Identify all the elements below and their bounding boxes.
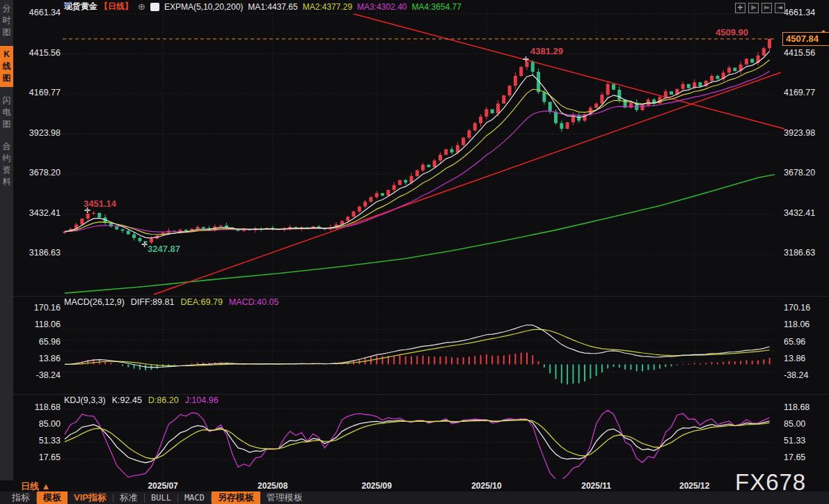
chart-header: 现货黄金 【日线】 ⊕ EXPMA(5,10,20,200) MA1:4437.…: [64, 1, 461, 13]
kdj-k-value: K:92.45: [112, 395, 142, 405]
price-axis-label: 4415.56: [784, 48, 827, 58]
ma1-value: MA1:4437.65: [248, 2, 297, 12]
kdj-axis-label: 17.65: [17, 452, 61, 462]
macd-dea-value: DEA:69.79: [180, 297, 222, 307]
crosshair-icon[interactable]: ✛: [735, 3, 745, 13]
tab-manage-template[interactable]: 管理模板: [260, 491, 309, 504]
macd-axis-label: 65.96: [784, 337, 827, 347]
bottom-toolbar: 指标 模板 VIP指标 标准 BULL MACD 另存模板 管理模板: [0, 491, 829, 504]
sidebar-item-timeshare[interactable]: 分时图: [0, 0, 13, 41]
x-axis-tick: 2025/11: [576, 481, 617, 491]
kdj-axis-label: 51.33: [784, 436, 827, 446]
panel-separator: [13, 394, 829, 395]
x-axis-tick: 2025/07: [142, 481, 184, 491]
macd-axis-label: -38.24: [784, 370, 827, 380]
macd-axis-label: -38.24: [17, 370, 61, 380]
price-axis-label: 4661.34: [17, 8, 61, 17]
tab-vip-indicators[interactable]: VIP指标: [68, 491, 113, 504]
price-axis-label: 3923.98: [784, 128, 827, 138]
price-axis-label: 4169.77: [17, 88, 61, 97]
price-axis-label: 3678.20: [17, 168, 61, 178]
panel-separator: [13, 296, 829, 297]
ma2-value: MA2:4377.29: [303, 2, 352, 12]
macd-macd-value: MACD:40.05: [229, 297, 279, 307]
price-axis-label: 3432.41: [17, 208, 61, 218]
swing-low-marker-icon: ✛: [141, 240, 148, 249]
kdj-axis-label: 51.33: [17, 436, 61, 446]
x-axis-tick: 2025/09: [356, 481, 397, 491]
sidebar-item-lightning[interactable]: 闪电图: [0, 92, 13, 133]
price-axis-label: 3432.41: [784, 208, 827, 218]
macd-axis-label: 170.16: [784, 303, 827, 313]
price-axis-label: 3678.20: [784, 168, 827, 178]
x-axis-tick: 2025/08: [252, 481, 294, 491]
ma3-value: MA3:4302.40: [357, 2, 406, 12]
tab-macd[interactable]: MACD: [178, 491, 211, 504]
price-axis-label: 4169.77: [784, 88, 827, 97]
tab-save-template[interactable]: 另存模板: [212, 491, 260, 504]
kdj-axis-label: 118.68: [17, 402, 61, 412]
macd-params: MACD(26,12,9): [64, 297, 125, 307]
tab-bull[interactable]: BULL: [145, 491, 177, 504]
x-axis-tick: 2025/10: [466, 481, 507, 491]
tab-indicators[interactable]: 指标: [6, 491, 36, 504]
swing-high-marker-icon: ✛: [84, 206, 90, 215]
swing-high-marker-icon: ✛: [523, 55, 529, 64]
kdj-axis-label: 85.00: [784, 419, 827, 429]
tab-templates[interactable]: 模板: [37, 491, 68, 504]
exit-chart-icon[interactable]: ⇥: [775, 3, 785, 13]
axis-left-icon[interactable]: ⊫: [748, 3, 759, 13]
session-high-label: 4509.90: [716, 27, 748, 38]
add-indicator-icon[interactable]: ⊕: [138, 1, 145, 12]
price-axis-label: 4661.34: [784, 8, 827, 17]
price-axis-label: 3923.98: [17, 128, 61, 138]
chart-type-sidebar: 分时图 K线图 闪电图 合约资料: [0, 0, 13, 480]
macd-axis-label: 13.86: [784, 354, 827, 363]
chart-toolbar-icons: ✛ ⊫ ⊨ ⇥: [735, 3, 785, 13]
kdj-d-value: D:86.20: [148, 395, 179, 405]
sidebar-item-kline[interactable]: K线图: [0, 46, 13, 87]
price-axis-label: 4415.56: [17, 48, 61, 58]
ma4-value: MA4:3654.77: [411, 2, 461, 12]
tab-standard[interactable]: 标准: [113, 491, 144, 504]
x-axis: 日线 ▲ 2025/07 2025/08 2025/09 2025/10 202…: [0, 480, 829, 491]
price-axis-label: 3186.63: [17, 248, 61, 258]
swing-high-label: 4381.29: [530, 46, 563, 56]
kdj-axis-label: 118.68: [784, 402, 827, 412]
period-tag: 【日线】: [100, 1, 133, 13]
chart-canvas[interactable]: [0, 0, 829, 504]
macd-axis-label: 118.06: [17, 320, 61, 329]
expma-chart-icon: [150, 3, 159, 11]
macd-axis-label: 170.16: [17, 303, 61, 313]
swing-low-label: 3247.87: [148, 244, 180, 254]
sidebar-item-contract-info[interactable]: 合约资料: [0, 138, 13, 191]
kdj-header: KDJ(9,3,3) K:92.45 D:86.20 J:104.96: [64, 395, 219, 405]
kdj-axis-label: 85.00: [17, 419, 61, 429]
macd-axis-label: 118.06: [784, 320, 827, 329]
macd-axis-label: 13.86: [17, 354, 61, 363]
app-window: 分时图 K线图 闪电图 合约资料 现货黄金 【日线】 ⊕ EXPMA(5,10,…: [0, 0, 829, 504]
price-axis-label: 3186.63: [784, 248, 827, 258]
kdj-params: KDJ(9,3,3): [64, 395, 106, 405]
macd-axis-label: 65.96: [17, 337, 61, 347]
kdj-j-value: J:104.96: [185, 395, 219, 405]
last-price-box: 4507.84: [782, 32, 829, 46]
macd-diff-value: DIFF:89.81: [131, 297, 175, 307]
macd-header: MACD(26,12,9) DIFF:89.81 DEA:69.79 MACD:…: [64, 297, 278, 307]
kdj-axis-label: 17.65: [784, 452, 827, 462]
x-axis-tick: 2025/12: [674, 481, 716, 491]
expma-label: EXPMA(5,10,20,200): [164, 2, 243, 12]
axis-right-icon[interactable]: ⊨: [761, 3, 772, 13]
